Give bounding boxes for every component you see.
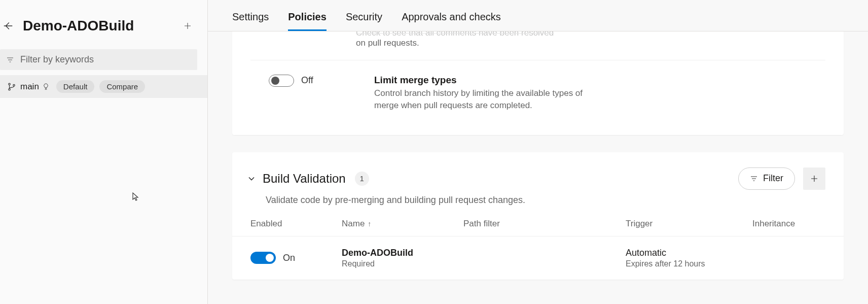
comments-desc-rest: on pull requests. — [356, 37, 825, 50]
content: Check to see that all comments have been… — [208, 31, 868, 297]
col-enabled[interactable]: Enabled — [250, 219, 342, 229]
sort-asc-icon: ↑ — [368, 220, 371, 228]
policy-limit-merge-types: Off Limit merge types Control branch his… — [250, 60, 825, 118]
branch-icon — [7, 82, 17, 91]
build-validation-title: Build Validation — [263, 172, 346, 186]
table-head: Enabled Name ↑ Path filter Trigger Inher… — [232, 219, 844, 237]
limit-merge-toggle-label: Off — [301, 75, 313, 86]
tab-approvals[interactable]: Approvals and checks — [402, 11, 501, 31]
chevron-down-icon[interactable] — [246, 174, 257, 184]
table-row[interactable]: On Demo-ADOBuild Required Automatic Expi… — [232, 237, 844, 280]
limit-merge-toggle[interactable] — [269, 75, 294, 87]
svg-point-2 — [13, 84, 15, 86]
sidebar-header: Demo-ADOBuild — [0, 18, 207, 49]
policy-card-comments: Check to see that all comments have been… — [232, 31, 844, 135]
build-row-trigger-sub: Expires after 12 hours — [626, 259, 752, 268]
bulb-icon — [42, 83, 51, 90]
main: Settings Policies Security Approvals and… — [208, 0, 868, 304]
col-inheritance[interactable]: Inheritance — [752, 219, 825, 229]
svg-point-1 — [9, 88, 10, 90]
default-badge: Default — [56, 80, 95, 93]
build-row-toggle[interactable] — [250, 252, 276, 264]
filter-keywords-input[interactable] — [20, 54, 190, 65]
tabs: Settings Policies Security Approvals and… — [208, 0, 868, 31]
build-validation-subtitle: Validate code by pre-merging and buildin… — [232, 192, 844, 219]
filter-keywords-row[interactable] — [0, 49, 197, 70]
col-trigger[interactable]: Trigger — [626, 219, 752, 229]
filter-icon — [750, 175, 758, 183]
sidebar-add-button[interactable] — [178, 18, 197, 33]
filter-button[interactable]: Filter — [738, 167, 795, 190]
filter-icon — [6, 56, 15, 64]
comments-desc-cut: Check to see that all comments have been… — [356, 31, 825, 37]
tab-policies[interactable]: Policies — [288, 11, 327, 31]
limit-merge-title: Limit merge types — [374, 75, 587, 86]
build-row-sub: Required — [342, 259, 463, 268]
build-validation-header: Build Validation 1 Filter — [232, 152, 844, 192]
repo-title: Demo-ADOBuild — [23, 18, 178, 34]
col-path[interactable]: Path filter — [463, 219, 626, 229]
build-validation-table: Enabled Name ↑ Path filter Trigger Inher… — [232, 219, 844, 280]
filter-button-label: Filter — [763, 173, 783, 184]
col-name-label: Name — [342, 219, 365, 229]
build-row-name: Demo-ADOBuild — [342, 248, 463, 258]
build-row-toggle-label: On — [283, 252, 295, 263]
tab-settings[interactable]: Settings — [232, 11, 269, 31]
limit-merge-desc: Control branch history by limiting the a… — [374, 87, 587, 112]
col-name[interactable]: Name ↑ — [342, 219, 463, 229]
build-row-trigger: Automatic — [626, 248, 752, 258]
build-validation-count: 1 — [355, 172, 369, 186]
back-arrow-icon[interactable] — [2, 20, 23, 31]
build-validation-card: Build Validation 1 Filter Validate code … — [232, 152, 844, 280]
tab-security[interactable]: Security — [346, 11, 382, 31]
svg-point-0 — [9, 83, 10, 85]
compare-badge: Compare — [99, 80, 145, 93]
add-build-validation-button[interactable] — [803, 167, 825, 190]
branch-name: main — [20, 82, 39, 92]
sidebar: Demo-ADOBuild main Default Compare — [0, 0, 208, 304]
branch-row-main[interactable]: main Default Compare — [0, 75, 207, 98]
